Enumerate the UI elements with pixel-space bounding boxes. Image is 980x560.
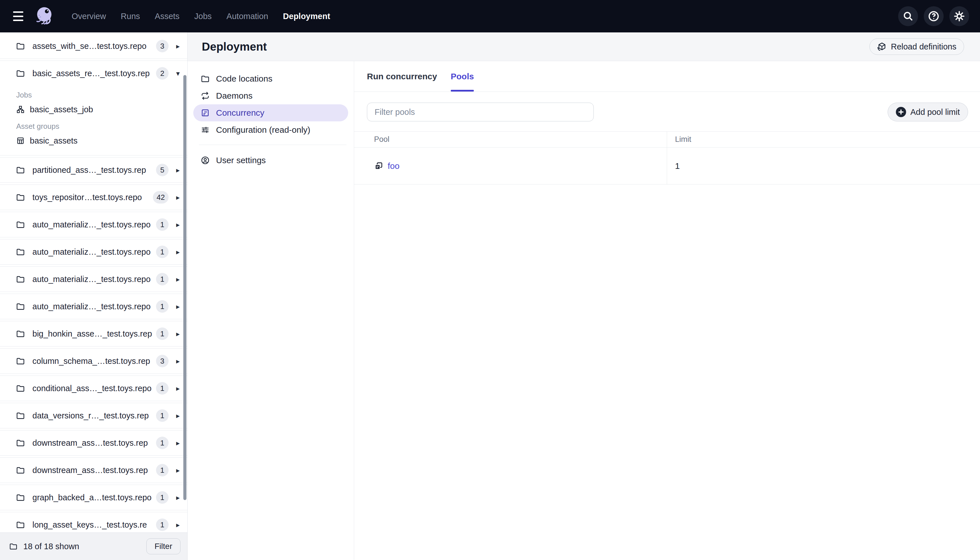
- filter-pools-input[interactable]: [367, 103, 594, 122]
- code-location-section: graph_backed_a…test.toys.repo 1 ▸: [0, 485, 187, 510]
- subnav-label: Concurrency: [216, 108, 265, 118]
- code-location-row[interactable]: graph_backed_a…test.toys.repo 1 ▸: [0, 485, 187, 510]
- code-location-row[interactable]: data_versions_r…_test.toys.rep 1 ▸: [0, 403, 187, 428]
- chevron-right-icon[interactable]: ▸: [174, 439, 181, 447]
- chevron-right-icon[interactable]: ▸: [174, 275, 181, 283]
- chevron-right-icon[interactable]: ▸: [174, 302, 181, 311]
- chevron-right-icon[interactable]: ▸: [174, 357, 181, 365]
- code-location-row[interactable]: auto_materializ…_test.toys.repo 1 ▸: [0, 267, 187, 292]
- count-badge: 1: [156, 491, 168, 504]
- count-badge: 1: [156, 218, 168, 231]
- chevron-right-icon[interactable]: ▸: [174, 466, 181, 475]
- chevron-right-icon[interactable]: ▸: [174, 412, 181, 420]
- chevron-right-icon[interactable]: ▸: [174, 521, 181, 529]
- code-location-section: downstream_ass…test.toys.rep 1 ▸: [0, 457, 187, 483]
- deployment-content: Code locations Daemons Concurrency Confi…: [188, 61, 980, 560]
- code-location-row[interactable]: conditional_ass…_test.toys.repo 1 ▸: [0, 376, 187, 401]
- code-location-section: auto_materializ…_test.toys.repo 1 ▸: [0, 239, 187, 265]
- code-location-row[interactable]: auto_materializ…_test.toys.repo 1 ▸: [0, 294, 187, 319]
- chevron-right-icon[interactable]: ▸: [174, 330, 181, 338]
- code-location-row[interactable]: auto_materializ…_test.toys.repo 1 ▸: [0, 212, 187, 237]
- nav-jobs[interactable]: Jobs: [195, 12, 212, 21]
- folder-icon: [16, 384, 25, 393]
- code-location-section: assets_with_se…test.toys.repo 3 ▸: [0, 33, 187, 59]
- help-icon: [928, 10, 940, 22]
- code-location-section: auto_materializ…_test.toys.repo 1 ▸: [0, 267, 187, 292]
- code-location-row[interactable]: basic_assets_re…_test.toys.rep 2 ▾: [0, 61, 187, 86]
- job-item[interactable]: basic_assets_job: [0, 102, 187, 117]
- sidebar-scrollbar[interactable]: [183, 75, 186, 500]
- limit-cell: 1: [667, 148, 980, 184]
- code-location-name: graph_backed_a…test.toys.repo: [32, 493, 154, 502]
- pools-table-header: Pool Limit: [354, 131, 980, 148]
- plus-icon: [896, 107, 906, 117]
- nav-runs[interactable]: Runs: [121, 12, 140, 21]
- concurrency-icon: [201, 108, 210, 117]
- subnav-concurrency[interactable]: Concurrency: [193, 104, 348, 122]
- reload-definitions-button[interactable]: Reload definitions: [869, 38, 964, 55]
- add-pool-limit-button[interactable]: Add pool limit: [888, 103, 968, 122]
- code-location-row[interactable]: column_schema_…test.toys.rep 3 ▸: [0, 348, 187, 373]
- code-location-section: auto_materializ…_test.toys.repo 1 ▸: [0, 293, 187, 319]
- code-location-row[interactable]: downstream_ass…test.toys.rep 1 ▸: [0, 458, 187, 483]
- chevron-down-icon[interactable]: ▾: [174, 69, 181, 78]
- count-badge: 1: [156, 464, 168, 477]
- code-location-row[interactable]: partitioned_ass…_test.toys.rep 5 ▸: [0, 157, 187, 182]
- nav-overview[interactable]: Overview: [72, 12, 106, 21]
- folder-icon: [16, 193, 25, 202]
- folder-icon: [201, 74, 210, 83]
- menu-icon[interactable]: [13, 12, 25, 21]
- pool-cell: foo: [354, 148, 667, 184]
- code-location-name: long_asset_keys…_test.toys.re: [32, 520, 154, 530]
- code-location-name: auto_materializ…_test.toys.repo: [32, 247, 154, 257]
- code-location-row[interactable]: big_honkin_asse…_test.toys.rep 1 ▸: [0, 321, 187, 346]
- search-button[interactable]: [898, 6, 918, 26]
- code-location-row[interactable]: auto_materializ…_test.toys.repo 1 ▸: [0, 239, 187, 264]
- code-location-name: big_honkin_asse…_test.toys.rep: [32, 329, 154, 338]
- tab-run-concurrency[interactable]: Run concurrency: [367, 61, 437, 92]
- subnav-label: Daemons: [216, 91, 252, 101]
- help-button[interactable]: [924, 6, 943, 26]
- folder-icon: [16, 275, 25, 284]
- pool-icon: [374, 162, 383, 170]
- code-location-sidebar: assets_with_se…test.toys.repo 3 ▸ basic_…: [0, 32, 188, 560]
- folder-icon: [16, 411, 25, 420]
- count-badge: 1: [156, 382, 168, 395]
- limit-value: 1: [675, 161, 680, 171]
- chevron-right-icon[interactable]: ▸: [174, 166, 181, 174]
- code-location-row[interactable]: downstream_ass…test.toys.rep 1 ▸: [0, 430, 187, 455]
- chevron-right-icon[interactable]: ▸: [174, 193, 181, 202]
- subnav-code-locations[interactable]: Code locations: [193, 70, 348, 87]
- settings-button[interactable]: [949, 6, 969, 26]
- chevron-right-icon[interactable]: ▸: [174, 493, 181, 502]
- dagster-logo-icon[interactable]: [33, 5, 55, 27]
- folder-icon: [16, 302, 25, 311]
- subnav-daemons[interactable]: Daemons: [193, 87, 348, 104]
- nav-assets[interactable]: Assets: [155, 12, 180, 21]
- count-badge: 42: [153, 191, 168, 203]
- chevron-right-icon[interactable]: ▸: [174, 384, 181, 393]
- code-location-row[interactable]: assets_with_se…test.toys.repo 3 ▸: [0, 33, 187, 58]
- chevron-right-icon[interactable]: ▸: [174, 42, 181, 50]
- code-location-list: assets_with_se…test.toys.repo 3 ▸ basic_…: [0, 32, 187, 532]
- subnav-divider: [199, 145, 346, 145]
- pool-column-header: Pool: [354, 132, 667, 147]
- chevron-right-icon[interactable]: ▸: [174, 221, 181, 229]
- asset-group-item[interactable]: basic_assets: [0, 133, 187, 148]
- code-location-row[interactable]: toys_repositor…test.toys.repo 42 ▸: [0, 185, 187, 210]
- folder-icon: [16, 520, 25, 529]
- pool-link[interactable]: foo: [374, 161, 399, 171]
- concurrency-tabs: Run concurrency Pools: [354, 61, 980, 92]
- tab-pools[interactable]: Pools: [451, 61, 474, 92]
- subnav-user-settings[interactable]: User settings: [193, 152, 348, 169]
- code-location-name: assets_with_se…test.toys.repo: [32, 42, 154, 51]
- nav-automation[interactable]: Automation: [226, 12, 268, 21]
- code-location-row[interactable]: long_asset_keys…_test.toys.re 1 ▸: [0, 512, 187, 532]
- subnav-configuration[interactable]: Configuration (read-only): [193, 122, 348, 138]
- code-location-name: basic_assets_re…_test.toys.rep: [32, 69, 154, 78]
- nav-deployment[interactable]: Deployment: [283, 12, 330, 21]
- sidebar-filter-button[interactable]: Filter: [146, 538, 180, 554]
- sidebar-footer: 18 of 18 shown Filter: [0, 532, 187, 560]
- search-icon: [902, 10, 914, 22]
- chevron-right-icon[interactable]: ▸: [174, 248, 181, 256]
